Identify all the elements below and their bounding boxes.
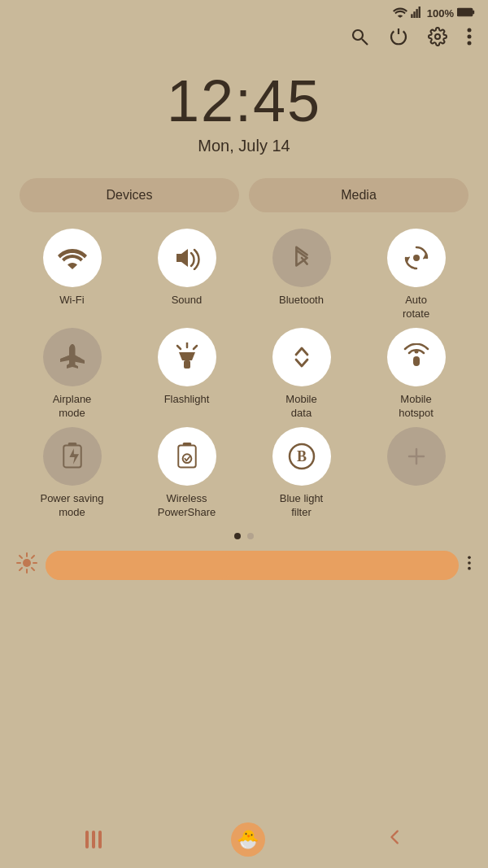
home-icon[interactable]: 🐣 (231, 822, 265, 857)
wifi-label: Wi-Fi (59, 294, 84, 308)
svg-rect-16 (184, 360, 190, 369)
brightness-more-icon[interactable] (467, 555, 472, 575)
svg-rect-4 (457, 8, 473, 15)
svg-rect-1 (413, 11, 415, 18)
tile-hotspot[interactable]: Mobile hotspot (360, 328, 472, 421)
bottom-nav: 🐣 (0, 811, 488, 868)
brightness-track[interactable] (46, 551, 459, 580)
signal-icon (411, 7, 424, 20)
bluetooth-label: Bluetooth (279, 294, 324, 308)
svg-point-6 (353, 30, 363, 40)
svg-rect-44 (92, 831, 95, 848)
tile-bluelightfilter[interactable]: B Blue light filter (246, 427, 357, 520)
svg-point-42 (468, 567, 471, 570)
svg-point-41 (468, 561, 471, 565)
svg-text:B: B (296, 448, 306, 465)
svg-line-18 (177, 346, 181, 349)
recent-apps-icon[interactable] (85, 831, 108, 848)
wifi-status-icon (393, 7, 407, 20)
svg-rect-2 (416, 9, 417, 18)
page-dot-2[interactable] (247, 533, 254, 539)
flashlight-icon-circle (158, 328, 216, 386)
clock-time: 12:45 (0, 69, 488, 133)
bluelight-icon-circle: B (272, 427, 331, 486)
svg-point-21 (414, 349, 418, 353)
svg-line-19 (194, 346, 197, 349)
svg-rect-45 (98, 831, 102, 848)
autorotate-icon-circle (387, 229, 446, 287)
svg-rect-0 (411, 14, 412, 18)
svg-point-8 (435, 34, 440, 39)
wireless-label: Wireless PowerShare (158, 492, 216, 520)
tile-airplane[interactable]: Airplane mode (16, 328, 128, 421)
search-icon[interactable] (350, 27, 369, 51)
svg-point-10 (468, 35, 472, 39)
devices-tab[interactable]: Devices (20, 178, 239, 212)
wireless-icon-circle (158, 427, 216, 486)
sound-label: Sound (172, 294, 203, 308)
clock-section: 12:45 Mon, July 14 (0, 61, 488, 172)
tab-row: Devices Media (0, 172, 488, 229)
back-icon[interactable] (388, 828, 403, 851)
tile-wifi[interactable]: Wi-Fi (16, 229, 128, 321)
svg-line-39 (20, 568, 22, 570)
flashlight-label: Flashlight (164, 393, 210, 407)
svg-point-26 (182, 454, 191, 463)
hotspot-label: Mobile hotspot (399, 393, 434, 421)
tile-bluetooth[interactable]: Bluetooth (246, 229, 357, 321)
airplane-icon-circle (43, 328, 102, 386)
brightness-row (16, 551, 472, 580)
quick-tiles-grid: Wi-Fi Sound Bluetooth (0, 229, 488, 519)
autorotate-label: Auto rotate (403, 294, 429, 321)
svg-point-14 (413, 255, 420, 261)
powersaving-icon-circle (43, 427, 102, 486)
tile-wirelesspowershare[interactable]: Wireless PowerShare (131, 427, 242, 520)
svg-line-37 (32, 568, 34, 570)
settings-icon[interactable] (428, 27, 447, 51)
add-icon-circle (387, 427, 446, 486)
svg-point-40 (468, 556, 471, 560)
tile-flashlight[interactable]: Flashlight (131, 328, 242, 421)
bluelight-label: Blue light filter (280, 492, 323, 520)
battery-icon (457, 7, 475, 20)
hotspot-icon-circle (387, 328, 446, 386)
svg-line-38 (32, 556, 34, 558)
power-icon[interactable] (389, 27, 408, 51)
brightness-fill (46, 551, 232, 580)
page-dots (0, 533, 488, 539)
more-icon[interactable] (467, 27, 472, 51)
wifi-icon-circle (43, 229, 102, 287)
battery-text: 100% (427, 7, 454, 20)
svg-point-31 (23, 559, 31, 567)
svg-rect-25 (178, 445, 195, 467)
page-dot-1[interactable] (234, 533, 241, 539)
svg-point-9 (468, 28, 472, 33)
tile-mobiledata[interactable]: Mobile data (246, 328, 357, 421)
tile-autorotate[interactable]: Auto rotate (360, 229, 472, 321)
airplane-label: Airplane mode (53, 393, 92, 421)
svg-rect-20 (413, 356, 420, 366)
sound-icon-circle (158, 229, 216, 287)
mobiledata-icon-circle (272, 328, 331, 386)
tile-powersaving[interactable]: Power saving mode (16, 427, 128, 520)
svg-rect-43 (85, 831, 89, 848)
svg-rect-3 (418, 7, 420, 18)
svg-line-36 (20, 556, 22, 558)
tile-sound[interactable]: Sound (131, 229, 242, 321)
svg-marker-12 (176, 249, 188, 267)
status-icons: 100% (393, 7, 475, 20)
svg-marker-15 (179, 352, 195, 360)
brightness-icon (16, 552, 37, 578)
powersaving-label: Power saving mode (40, 492, 103, 520)
media-tab[interactable]: Media (249, 178, 468, 212)
bluetooth-icon-circle (272, 229, 331, 287)
svg-line-7 (362, 39, 368, 45)
svg-rect-5 (473, 11, 474, 15)
tile-add[interactable] (360, 427, 472, 520)
clock-date: Mon, July 14 (0, 137, 488, 155)
mobiledata-label: Mobile data (285, 393, 316, 421)
top-actions (0, 24, 488, 61)
status-bar: 100% (0, 0, 488, 24)
svg-point-11 (468, 41, 472, 46)
